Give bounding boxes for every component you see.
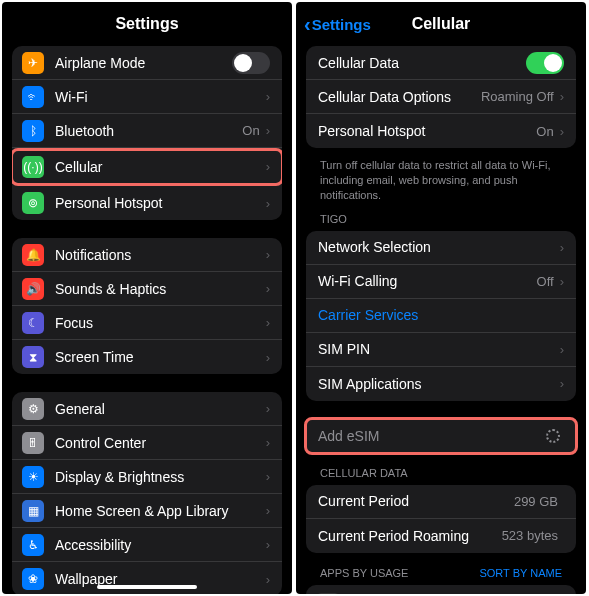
chevron-right-icon: › bbox=[266, 123, 270, 138]
row-label: Bluetooth bbox=[55, 123, 242, 139]
row-home-screen-app-library[interactable]: ▦Home Screen & App Library› bbox=[12, 494, 282, 528]
settings-header: Settings bbox=[2, 2, 292, 46]
toggles-icon: 🎚 bbox=[22, 432, 44, 454]
chevron-right-icon: › bbox=[266, 469, 270, 484]
grid-icon: ▦ bbox=[22, 500, 44, 522]
toggle-switch[interactable] bbox=[526, 52, 564, 74]
row-control-center[interactable]: 🎚Control Center› bbox=[12, 426, 282, 460]
bluetooth-icon: ᛒ bbox=[22, 120, 44, 142]
settings-screen: Settings ✈Airplane ModeᯤWi-Fi›ᛒBluetooth… bbox=[2, 2, 292, 594]
apps-header-label: APPS BY USAGE bbox=[320, 567, 408, 579]
row-value: 299 GB bbox=[514, 494, 558, 509]
hourglass-icon: ⧗ bbox=[22, 346, 44, 368]
sort-by-name-link[interactable]: SORT BY NAME bbox=[479, 567, 562, 579]
row-value: 523 bytes bbox=[502, 528, 558, 543]
row-cellular[interactable]: ((·))Cellular› bbox=[12, 150, 282, 184]
chevron-right-icon: › bbox=[560, 376, 564, 391]
flower-icon: ❀ bbox=[22, 568, 44, 590]
settings-title: Settings bbox=[115, 15, 178, 33]
row-value: Off bbox=[537, 274, 554, 289]
row-wi-fi[interactable]: ᯤWi-Fi› bbox=[12, 80, 282, 114]
cellular-screen: ‹ Settings Cellular Cellular DataCellula… bbox=[296, 2, 586, 594]
chevron-right-icon: › bbox=[266, 281, 270, 296]
row-wallpaper[interactable]: ❀Wallpaper› bbox=[12, 562, 282, 594]
brightness-icon: ☀ bbox=[22, 466, 44, 488]
row-personal-hotspot[interactable]: ⊚Personal Hotspot› bbox=[12, 186, 282, 220]
chevron-right-icon: › bbox=[266, 537, 270, 552]
row-wi-fi-calling[interactable]: Wi-Fi CallingOff› bbox=[306, 265, 576, 299]
loading-spinner-icon bbox=[546, 429, 560, 443]
row-sounds-haptics[interactable]: 🔊Sounds & Haptics› bbox=[12, 272, 282, 306]
row-airplane-mode[interactable]: ✈Airplane Mode bbox=[12, 46, 282, 80]
row-label: Focus bbox=[55, 315, 266, 331]
chevron-right-icon: › bbox=[266, 159, 270, 174]
toggle-switch[interactable] bbox=[232, 52, 270, 74]
app-icon: ♪ bbox=[316, 593, 340, 594]
accessibility-icon: ♿︎ bbox=[22, 534, 44, 556]
row-value: On bbox=[536, 124, 553, 139]
row-label: Screen Time bbox=[55, 349, 266, 365]
chevron-right-icon: › bbox=[560, 274, 564, 289]
add-esim-label: Add eSIM bbox=[318, 428, 546, 444]
cellular-content: Cellular DataCellular Data OptionsRoamin… bbox=[296, 46, 586, 594]
app-row-tiktok[interactable]: ♪TikTok128 GB bbox=[306, 585, 576, 594]
chevron-right-icon: › bbox=[266, 247, 270, 262]
row-label: Accessibility bbox=[55, 537, 266, 553]
row-label: Display & Brightness bbox=[55, 469, 266, 485]
chevron-right-icon: › bbox=[560, 342, 564, 357]
row-label: Cellular bbox=[55, 159, 266, 175]
chevron-right-icon: › bbox=[266, 435, 270, 450]
apps-header: APPS BY USAGESORT BY NAME bbox=[306, 567, 576, 585]
chevron-right-icon: › bbox=[560, 240, 564, 255]
row-label: Control Center bbox=[55, 435, 266, 451]
add-esim-section: Add eSIM bbox=[306, 419, 576, 453]
section-footer: Turn off cellular data to restrict all d… bbox=[306, 152, 576, 217]
row-label: Sounds & Haptics bbox=[55, 281, 266, 297]
chevron-right-icon: › bbox=[266, 572, 270, 587]
chevron-right-icon: › bbox=[266, 350, 270, 365]
row-label: Carrier Services bbox=[318, 307, 564, 323]
row-label: Current Period Roaming bbox=[318, 528, 502, 544]
settings-section: 🔔Notifications›🔊Sounds & Haptics›☾Focus›… bbox=[12, 238, 282, 374]
home-indicator[interactable] bbox=[97, 585, 197, 589]
row-label: Personal Hotspot bbox=[55, 195, 266, 211]
row-personal-hotspot[interactable]: Personal HotspotOn› bbox=[306, 114, 576, 148]
wifi-icon: ᯤ bbox=[22, 86, 44, 108]
chevron-right-icon: › bbox=[266, 315, 270, 330]
row-bluetooth[interactable]: ᛒBluetoothOn› bbox=[12, 114, 282, 148]
add-esim-row[interactable]: Add eSIM bbox=[306, 419, 576, 453]
back-button[interactable]: ‹ Settings bbox=[304, 13, 371, 36]
row-sim-applications[interactable]: SIM Applications› bbox=[306, 367, 576, 401]
row-accessibility[interactable]: ♿︎Accessibility› bbox=[12, 528, 282, 562]
cellular-title: Cellular bbox=[412, 15, 471, 33]
settings-section: ✈Airplane ModeᯤWi-Fi›ᛒBluetoothOn›((·))C… bbox=[12, 46, 282, 220]
row-cellular-data-options[interactable]: Cellular Data OptionsRoaming Off› bbox=[306, 80, 576, 114]
row-label: Home Screen & App Library bbox=[55, 503, 266, 519]
row-label: Current Period bbox=[318, 493, 514, 509]
chevron-right-icon: › bbox=[266, 401, 270, 416]
row-cellular-data[interactable]: Cellular Data bbox=[306, 46, 576, 80]
row-current-period-roaming[interactable]: Current Period Roaming523 bytes bbox=[306, 519, 576, 553]
row-general[interactable]: ⚙General› bbox=[12, 392, 282, 426]
row-sim-pin[interactable]: SIM PIN› bbox=[306, 333, 576, 367]
app-name: TikTok bbox=[350, 592, 526, 594]
row-network-selection[interactable]: Network Selection› bbox=[306, 231, 576, 265]
cellular-header: ‹ Settings Cellular bbox=[296, 2, 586, 46]
cellular-data-header: CELLULAR DATA bbox=[306, 467, 576, 485]
row-label: SIM PIN bbox=[318, 341, 560, 357]
moon-icon: ☾ bbox=[22, 312, 44, 334]
chevron-right-icon: › bbox=[560, 124, 564, 139]
row-label: Network Selection bbox=[318, 239, 560, 255]
row-screen-time[interactable]: ⧗Screen Time› bbox=[12, 340, 282, 374]
hotspot-icon: ⊚ bbox=[22, 192, 44, 214]
tigo-section: Network Selection›Wi-Fi CallingOff›Carri… bbox=[306, 231, 576, 401]
chevron-right-icon: › bbox=[266, 196, 270, 211]
chevron-right-icon: › bbox=[266, 89, 270, 104]
row-display-brightness[interactable]: ☀Display & Brightness› bbox=[12, 460, 282, 494]
row-focus[interactable]: ☾Focus› bbox=[12, 306, 282, 340]
row-current-period[interactable]: Current Period299 GB bbox=[306, 485, 576, 519]
row-carrier-services[interactable]: Carrier Services bbox=[306, 299, 576, 333]
app-text: TikTok128 GB bbox=[350, 592, 526, 594]
row-notifications[interactable]: 🔔Notifications› bbox=[12, 238, 282, 272]
row-label: Wi-Fi Calling bbox=[318, 273, 537, 289]
